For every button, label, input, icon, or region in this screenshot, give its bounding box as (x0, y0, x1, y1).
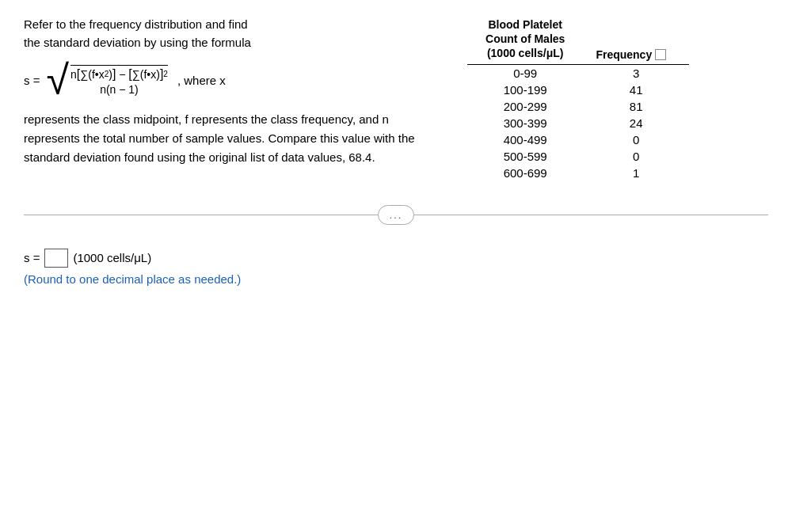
top-section: Refer to the frequency distribution and … (24, 16, 768, 181)
radical-symbol: √ (46, 59, 69, 101)
frequency-cell: 1 (583, 165, 689, 181)
frequency-label: Frequency (596, 48, 652, 61)
col1-header: Blood PlateletCount of Males(1000 cells/… (467, 16, 583, 64)
table-row: 200-29981 (467, 98, 689, 115)
bottom-section: s = (1000 cells/μL) (Round to one decima… (24, 241, 768, 286)
data-table: Blood PlateletCount of Males(1000 cells/… (467, 16, 689, 181)
ellipsis-button[interactable]: ... (378, 205, 415, 225)
unit-label: (1000 cells/μL) (73, 251, 151, 264)
table-row: 300-39924 (467, 115, 689, 131)
range-cell: 500-599 (467, 148, 583, 165)
intro-text: Refer to the frequency distribution and … (24, 16, 444, 51)
table-row: 600-6991 (467, 165, 689, 181)
right-content: Blood PlateletCount of Males(1000 cells/… (467, 16, 705, 181)
frequency-cell: 24 (583, 115, 689, 131)
description-text: represents the class midpoint, f represe… (24, 110, 444, 167)
frequency-cell: 81 (583, 98, 689, 115)
frequency-cell: 3 (583, 64, 689, 82)
intro-line1: Refer to the frequency distribution and … (24, 17, 248, 31)
where-x-label: , where x (177, 74, 226, 87)
radical-container: √ n[∑(f•x2)] − [∑(f•x)]2 n(n − 1) (46, 59, 167, 101)
range-cell: 200-299 (467, 98, 583, 115)
table-icon (655, 49, 666, 60)
frequency-header: Frequency (596, 48, 676, 61)
range-cell: 600-699 (467, 165, 583, 181)
range-cell: 300-399 (467, 115, 583, 131)
denominator: n(n − 1) (100, 82, 139, 96)
table-row: 400-4990 (467, 131, 689, 148)
formula-s-label: s = (24, 74, 40, 87)
range-cell: 100-199 (467, 82, 583, 98)
table-row: 100-19941 (467, 82, 689, 98)
frequency-cell: 0 (583, 148, 689, 165)
answer-row: s = (1000 cells/μL) (24, 249, 768, 268)
frequency-cell: 41 (583, 82, 689, 98)
answer-input-box[interactable] (44, 249, 68, 268)
range-cell: 400-499 (467, 131, 583, 148)
table-row: 0-993 (467, 64, 689, 82)
col2-header: Frequency (583, 16, 689, 64)
intro-line2: the standard deviation by using the form… (24, 36, 251, 49)
range-cell: 0-99 (467, 64, 583, 82)
main-container: Refer to the frequency distribution and … (0, 0, 792, 302)
hint-text: (Round to one decimal place as needed.) (24, 272, 768, 286)
formula-block: s = √ n[∑(f•x2)] − [∑(f•x)]2 n(n − 1) (24, 59, 444, 101)
divider-row: ... (24, 205, 768, 225)
numerator: n[∑(f•x2)] − [∑(f•x)]2 (70, 67, 168, 82)
s-equals-label: s = (24, 251, 40, 264)
left-content: Refer to the frequency distribution and … (24, 16, 444, 181)
frequency-cell: 0 (583, 131, 689, 148)
table-row: 500-5990 (467, 148, 689, 165)
fraction: n[∑(f•x2)] − [∑(f•x)]2 n(n − 1) (70, 65, 168, 96)
